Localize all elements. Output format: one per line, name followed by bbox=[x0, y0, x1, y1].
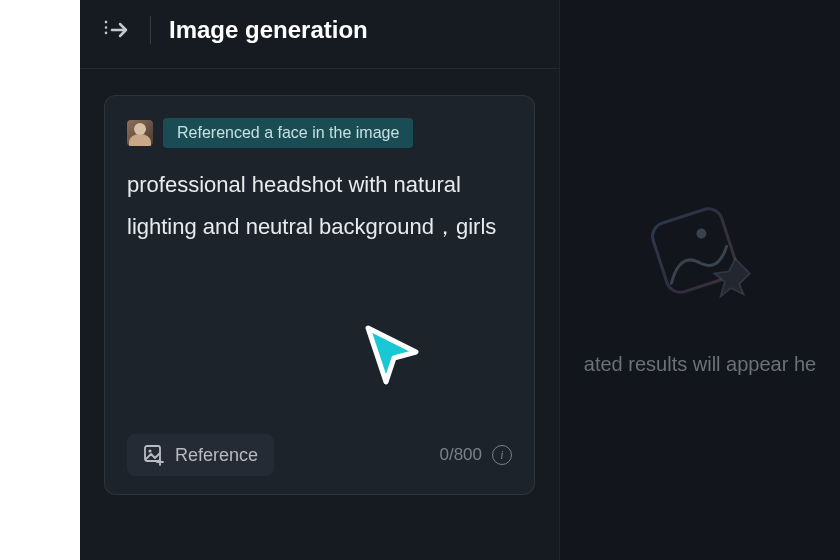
collapse-panel-icon[interactable] bbox=[104, 16, 132, 44]
reference-chip[interactable]: Referenced a face in the image bbox=[163, 118, 413, 148]
reference-button-label: Reference bbox=[175, 445, 258, 466]
char-count-wrap: 0/800 i bbox=[439, 445, 512, 465]
reference-chip-row: Referenced a face in the image bbox=[127, 118, 512, 148]
svg-point-3 bbox=[148, 449, 151, 452]
image-add-icon bbox=[143, 444, 165, 466]
card-footer: Reference 0/800 i bbox=[127, 434, 512, 476]
reference-button[interactable]: Reference bbox=[127, 434, 274, 476]
page-title: Image generation bbox=[169, 16, 368, 44]
results-panel: ated results will appear he bbox=[560, 0, 840, 560]
header-divider bbox=[150, 16, 151, 44]
empty-state-text: ated results will appear he bbox=[584, 353, 816, 376]
prompt-card: Referenced a face in the image professio… bbox=[104, 95, 535, 495]
left-gutter bbox=[0, 0, 80, 560]
empty-state-illustration bbox=[630, 185, 770, 325]
main-panel: Image generation Referenced a face in th… bbox=[80, 0, 560, 560]
reference-face-thumbnail[interactable] bbox=[127, 120, 153, 146]
info-icon[interactable]: i bbox=[492, 445, 512, 465]
prompt-textarea[interactable]: professional headshot with natural light… bbox=[127, 164, 512, 422]
panel-header: Image generation bbox=[80, 0, 559, 69]
char-count: 0/800 bbox=[439, 445, 482, 465]
svg-point-5 bbox=[695, 227, 708, 240]
